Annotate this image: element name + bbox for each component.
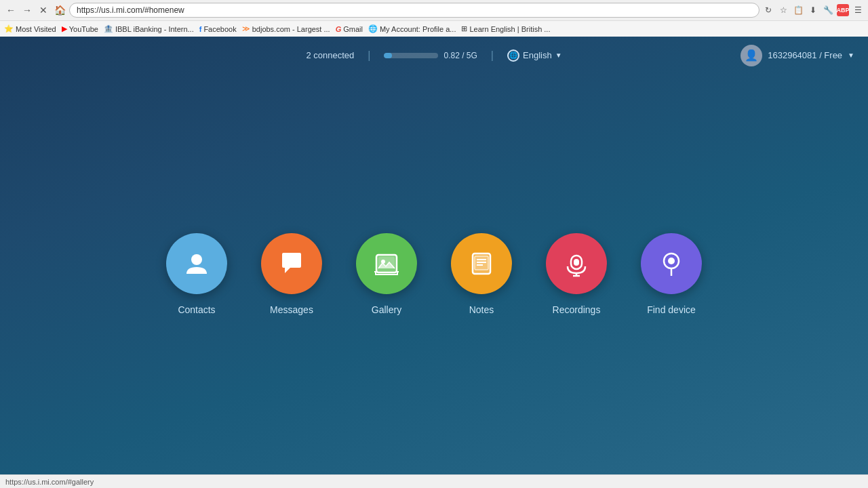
facebook-icon: f (199, 25, 202, 33)
bdjobs-icon: ≫ (242, 24, 250, 33)
most-visited-label: Most Visited (16, 25, 56, 33)
storage-text: 0.82 / 5G (443, 51, 477, 60)
abp-icon[interactable]: ABP (837, 4, 849, 16)
storage-bar (384, 53, 438, 58)
messages-label: Messages (270, 304, 313, 315)
find-device-app-item[interactable]: Find device (641, 233, 702, 315)
recordings-label: Recordings (553, 304, 601, 315)
contacts-icon (182, 249, 211, 278)
back-button[interactable]: ← (4, 3, 18, 17)
svg-point-3 (381, 260, 385, 264)
gallery-icon (372, 249, 401, 279)
contacts-label: Contacts (178, 304, 215, 315)
bookmarks-bar: ⭐ Most Visited ▶ YouTube 🏦 IBBL iBanking… (0, 20, 868, 37)
messages-icon-circle[interactable] (261, 233, 322, 294)
bookmark-star-icon[interactable]: ☆ (777, 4, 789, 16)
learnenglish-icon: ⊞ (461, 24, 467, 33)
stop-reload-button[interactable]: ✕ (37, 3, 50, 17)
top-bar: 2 connected | 0.82 / 5G | 🌐 English ▼ 👤 … (0, 37, 868, 74)
bookmark-gmail[interactable]: G Gmail (336, 25, 363, 33)
top-bar-right: 👤 1632964081 / Free ▼ (562, 45, 854, 66)
svg-point-0 (191, 254, 202, 265)
browser-action-icons: ↻ ☆ 📋 ⬇ 🔧 ABP ☰ (762, 4, 864, 16)
contacts-app-item[interactable]: Contacts (166, 233, 227, 315)
svg-rect-1 (376, 255, 397, 272)
extensions-icon[interactable]: 🔧 (822, 4, 834, 16)
contacts-icon-circle[interactable] (166, 233, 227, 294)
forward-button[interactable]: → (20, 3, 34, 17)
recordings-icon-circle[interactable] (546, 233, 607, 294)
facebook-label: Facebook (203, 25, 236, 33)
icons-area: Contacts Messages (0, 74, 868, 474)
learnenglish-label: Learn English | British ... (469, 25, 550, 33)
browser-chrome: ← → ✕ 🏠 ↻ ☆ 📋 ⬇ 🔧 ABP ☰ ⭐ Most Visited ▶… (0, 0, 868, 37)
connected-info: 2 connected (306, 50, 354, 60)
bookmark-youtube[interactable]: ▶ YouTube (62, 24, 98, 33)
svg-rect-2 (378, 257, 395, 268)
top-bar-center: 2 connected | 0.82 / 5G | 🌐 English ▼ (306, 49, 561, 62)
download-icon[interactable]: ⬇ (807, 4, 819, 16)
language-chevron-icon: ▼ (555, 52, 562, 59)
bookmark-ibbl[interactable]: 🏦 IBBL iBanking - Intern... (104, 24, 194, 33)
bdjobs-label: bdjobs.com - Largest ... (252, 25, 330, 33)
find-device-icon (656, 249, 686, 279)
app-content: 2 connected | 0.82 / 5G | 🌐 English ▼ 👤 … (0, 37, 868, 474)
gmail-icon: G (336, 25, 342, 33)
most-visited-icon: ⭐ (4, 24, 14, 33)
myaccount-label: My Account: Profile a... (380, 25, 456, 33)
messages-icon (277, 249, 307, 279)
myaccount-icon: 🌐 (368, 24, 378, 33)
separator-1: | (368, 49, 370, 62)
globe-icon: 🌐 (507, 49, 519, 62)
youtube-label: YouTube (69, 25, 98, 33)
bookmark-learnenglish[interactable]: ⊞ Learn English | British ... (461, 24, 550, 33)
bookmark-bdjobs[interactable]: ≫ bdjobs.com - Largest ... (242, 24, 330, 33)
bookmark-most-visited[interactable]: ⭐ Most Visited (4, 24, 56, 33)
user-avatar: 👤 (741, 45, 762, 66)
status-bar: https://us.i.mi.com/#gallery (0, 474, 868, 488)
browser-toolbar: ← → ✕ 🏠 ↻ ☆ 📋 ⬇ 🔧 ABP ☰ (0, 0, 868, 20)
gallery-label: Gallery (372, 304, 401, 315)
recordings-app-item[interactable]: Recordings (546, 233, 607, 315)
svg-point-14 (668, 258, 675, 264)
notes-label: Notes (469, 304, 494, 315)
gallery-app-item[interactable]: Gallery (356, 233, 417, 315)
ibbl-label: IBBL iBanking - Intern... (115, 25, 194, 33)
user-info[interactable]: 1632964081 / Free (768, 50, 842, 60)
messages-app-item[interactable]: Messages (261, 233, 322, 315)
recordings-icon (561, 249, 591, 279)
home-button[interactable]: 🏠 (53, 3, 66, 17)
svg-rect-10 (574, 259, 579, 266)
user-chevron-icon: ▼ (848, 52, 854, 59)
gallery-icon-circle[interactable] (356, 233, 417, 294)
notes-icon-circle[interactable] (451, 233, 512, 294)
bookmark-myaccount[interactable]: 🌐 My Account: Profile a... (368, 24, 456, 33)
refresh-icon[interactable]: ↻ (762, 4, 774, 16)
separator-2: | (491, 49, 494, 62)
storage-container: 0.82 / 5G (384, 51, 477, 60)
notes-app-item[interactable]: Notes (451, 233, 512, 315)
language-label: English (523, 50, 552, 60)
find-device-label: Find device (647, 304, 696, 315)
notes-icon (467, 249, 496, 279)
language-selector[interactable]: 🌐 English ▼ (507, 49, 562, 62)
status-url: https://us.i.mi.com/#gallery (5, 478, 94, 486)
menu-icon[interactable]: ☰ (852, 4, 864, 16)
gmail-label: Gmail (343, 25, 363, 33)
storage-bar-fill (384, 53, 392, 58)
ibbl-icon: 🏦 (104, 24, 113, 33)
bookmarks-list-icon[interactable]: 📋 (792, 4, 804, 16)
bookmark-facebook[interactable]: f Facebook (199, 25, 237, 33)
youtube-icon: ▶ (62, 24, 67, 33)
address-bar[interactable] (69, 3, 760, 18)
app-icons-row: Contacts Messages (166, 233, 702, 315)
find-device-icon-circle[interactable] (641, 233, 702, 294)
